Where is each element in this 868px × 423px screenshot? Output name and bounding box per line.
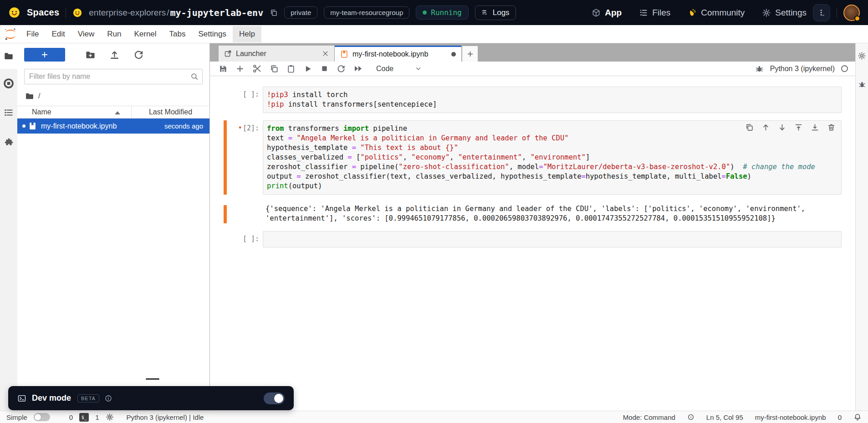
file-filter — [24, 69, 203, 84]
spaces-brand[interactable]: Spaces — [27, 7, 59, 18]
code-cell-2[interactable]: •[2]: — [210, 120, 842, 195]
bell-icon[interactable] — [853, 413, 862, 421]
run-all-icon[interactable] — [353, 64, 363, 73]
sidebar-tab-running-kernels[interactable] — [0, 69, 17, 98]
debugger-bug-icon[interactable] — [755, 64, 764, 73]
org-avatar[interactable] — [72, 8, 82, 18]
code-cell-3[interactable]: [ ]: — [210, 231, 842, 248]
tab-launcher[interactable]: Launcher — [219, 46, 335, 62]
more-options-button[interactable] — [813, 4, 830, 21]
breadcrumb-root[interactable]: / — [38, 92, 40, 100]
unsaved-changes-dot[interactable] — [451, 52, 456, 57]
duplicate-cell-icon[interactable] — [745, 123, 754, 132]
nav-settings[interactable]: Settings — [762, 8, 807, 18]
stop-circle-icon — [3, 78, 14, 89]
notebook-toolbar: Code Python 3 (ipykernel) — [210, 62, 855, 76]
home-folder-icon[interactable] — [25, 92, 34, 101]
plus-icon — [41, 51, 49, 59]
new-tab-button[interactable] — [462, 46, 478, 62]
close-icon[interactable] — [322, 50, 329, 57]
paste-icon[interactable] — [286, 64, 296, 73]
nav-files[interactable]: Files — [639, 8, 670, 18]
cell-prompt: •[2]: — [220, 124, 259, 132]
copy-space-name-icon[interactable] — [270, 9, 278, 17]
new-launcher-button[interactable] — [24, 48, 65, 62]
right-activity-strip — [855, 43, 868, 411]
nav-community[interactable]: Community — [688, 8, 745, 18]
refresh-icon[interactable] — [133, 50, 144, 60]
space-name-link[interactable]: my-jupyterlab-env — [170, 7, 264, 18]
code-editor[interactable]: !pip3 install torch!pip install transfor… — [263, 87, 842, 113]
cell-prompt: [ ]: — [220, 90, 259, 98]
file-row-selected[interactable]: my-first-notebook.ipynb seconds ago — [17, 119, 209, 134]
code-editor[interactable]: from transformers import pipelinetext = … — [263, 120, 842, 195]
save-icon[interactable] — [219, 64, 228, 73]
main-dock-panel: Launcher my-first-notebook.ipynb — [210, 43, 855, 411]
insert-cell-below-icon[interactable] — [811, 123, 819, 132]
code-cell-1[interactable]: [ ]: !pip3 install torch!pip install tra… — [210, 87, 842, 113]
move-cell-down-icon[interactable] — [778, 123, 786, 132]
panel-resize-handle[interactable] — [146, 378, 159, 380]
cursor-position[interactable]: Ln 5, Col 95 — [706, 413, 743, 421]
kernel-idle-indicator[interactable] — [841, 65, 848, 72]
running-status-pill[interactable]: Running — [416, 5, 468, 20]
output-collapser[interactable] — [224, 205, 227, 223]
breadcrumb-slash: / — [167, 8, 169, 18]
menu-kernel[interactable]: Kernel — [128, 26, 163, 42]
tab-notebook[interactable]: my-first-notebook.ipynb — [335, 46, 461, 62]
simple-mode-toggle[interactable] — [34, 413, 50, 421]
kernel-sessions-icon[interactable] — [106, 413, 114, 421]
nav-community-label: Community — [701, 8, 745, 18]
insert-cell-above-icon[interactable] — [794, 123, 803, 132]
nav-files-label: Files — [652, 8, 670, 18]
tab-launcher-label: Launcher — [236, 50, 266, 58]
logs-button[interactable]: Logs — [475, 5, 516, 20]
new-folder-icon[interactable] — [85, 50, 96, 60]
debugger-sidebar-bug-icon[interactable] — [858, 80, 866, 88]
huggingface-logo-icon[interactable] — [8, 6, 20, 19]
menu-edit[interactable]: Edit — [45, 26, 71, 42]
menu-file[interactable]: File — [20, 26, 45, 42]
move-cell-up-icon[interactable] — [761, 123, 770, 132]
menu-run[interactable]: Run — [101, 26, 128, 42]
stop-icon[interactable] — [320, 64, 329, 73]
upload-icon[interactable] — [109, 50, 120, 60]
property-inspector-gear-icon[interactable] — [858, 52, 866, 60]
cut-icon[interactable] — [252, 64, 262, 73]
cell-type-select[interactable]: Code — [376, 65, 393, 73]
user-avatar[interactable] — [843, 5, 860, 21]
avatar-badge — [854, 15, 860, 21]
resourcegroup-badge[interactable]: my-team-resourcegroup — [324, 6, 409, 19]
file-filter-input[interactable] — [24, 69, 203, 84]
dev-mode-toggle[interactable] — [264, 392, 285, 404]
mode-indicator[interactable]: Mode: Command — [623, 413, 675, 421]
restart-kernel-icon[interactable] — [337, 64, 346, 73]
menu-view[interactable]: View — [71, 26, 101, 42]
kernel-status-text[interactable]: Python 3 (ipykernel) | Idle — [127, 413, 204, 421]
command-mode-icon[interactable] — [687, 413, 694, 421]
info-icon[interactable] — [105, 395, 112, 402]
kernel-name-button[interactable]: Python 3 (ipykernel) — [770, 65, 835, 73]
menu-help[interactable]: Help — [233, 26, 261, 42]
search-icon — [190, 72, 199, 81]
jupyter-logo-icon — [4, 27, 17, 41]
sidebar-tab-files[interactable] — [0, 43, 17, 69]
insert-cell-icon[interactable] — [235, 64, 245, 73]
run-icon[interactable] — [303, 64, 312, 73]
column-header-name[interactable]: Name — [17, 108, 131, 116]
menu-settings[interactable]: Settings — [192, 26, 233, 42]
sidebar-tab-extensions[interactable] — [0, 127, 17, 156]
sidebar-tab-toc[interactable] — [0, 98, 17, 127]
nav-app[interactable]: App — [592, 8, 622, 18]
code-editor[interactable] — [263, 231, 842, 248]
delete-cell-icon[interactable] — [827, 123, 836, 132]
puzzle-icon — [4, 137, 14, 147]
menu-tabs[interactable]: Tabs — [163, 26, 192, 42]
column-header-modified[interactable]: Last Modified — [132, 108, 209, 116]
chevron-down-icon[interactable] — [415, 65, 422, 72]
org-name-link[interactable]: enterprise-explorers — [89, 8, 166, 18]
terminals-count: 0 — [69, 413, 73, 421]
copy-icon[interactable] — [270, 64, 279, 73]
terminal-icon[interactable]: $_ — [79, 413, 89, 422]
divider — [837, 8, 837, 18]
